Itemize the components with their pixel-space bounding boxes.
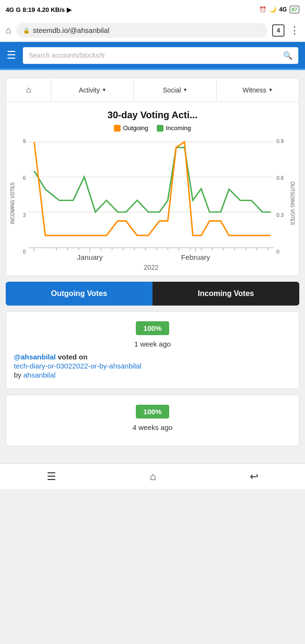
- bottom-home-button[interactable]: ⌂: [150, 470, 156, 483]
- vote-item-2: 100% 4 weeks ago: [6, 395, 299, 446]
- chart-svg: January February 2022: [29, 136, 274, 270]
- more-options-button[interactable]: ⋮: [289, 24, 299, 37]
- battery-indicator: 87: [290, 6, 299, 13]
- status-bar: 4G G 8:19 4.20 KB/s ▶ ⏰ 🌙 4G 87: [0, 0, 305, 19]
- incoming-votes-button[interactable]: Incoming Votes: [152, 282, 299, 306]
- tab-activity[interactable]: Activity ▼: [51, 80, 134, 101]
- signal-bars: G: [16, 6, 20, 13]
- y-tick-6: 6: [23, 175, 26, 181]
- tab-social[interactable]: Social ▼: [134, 80, 216, 101]
- chart-svg-container: 9 6 3 0: [17, 136, 288, 270]
- voting-activity-chart: 30-day Voting Acti... Outgoing Incoming …: [6, 102, 299, 276]
- search-placeholder: Search accounts/blocks/tr: [29, 51, 105, 59]
- main-content: ⌂ Activity ▼ Social ▼ Witness ▼ 30-day V…: [0, 70, 305, 460]
- status-left: 4G G 8:19 4.20 KB/s ▶: [6, 6, 71, 13]
- search-bar[interactable]: Search accounts/blocks/tr 🔍: [23, 47, 298, 64]
- hamburger-menu-button[interactable]: ☰: [7, 49, 16, 61]
- vote-item-1: 100% 1 week ago @ahsanbilal voted on tec…: [6, 311, 299, 389]
- svg-text:2022: 2022: [143, 264, 158, 270]
- action-text-1: voted on: [58, 353, 88, 361]
- time-display: 8:19: [22, 6, 35, 13]
- y-right-tick-06: 0.6: [276, 175, 284, 181]
- y-tick-3: 3: [23, 212, 26, 218]
- url-bar[interactable]: 🔒 steemdb.io/@ahsanbilal: [16, 23, 267, 38]
- social-chevron-icon: ▼: [183, 87, 188, 92]
- bottom-menu-button[interactable]: ☰: [47, 470, 56, 483]
- lock-icon: 🔒: [23, 27, 30, 34]
- post-link-1[interactable]: tech-diary-or-03022022-or-by-ahsanbilal: [14, 362, 291, 370]
- y-tick-9: 9: [23, 138, 26, 144]
- voter-username-1[interactable]: @ahsanbilal: [14, 353, 56, 361]
- y-right-tick-03: 0.3: [276, 212, 284, 218]
- status-right: ⏰ 🌙 4G 87: [259, 6, 299, 13]
- y-right-tick-0: 0: [276, 249, 279, 255]
- tab-home[interactable]: ⌂: [6, 78, 51, 102]
- incoming-label: Incoming: [166, 124, 191, 132]
- browser-home-button[interactable]: ⌂: [6, 25, 11, 36]
- tab-witness[interactable]: Witness ▼: [217, 80, 299, 101]
- bottom-nav: ☰ ⌂ ↩: [0, 463, 305, 489]
- cast-icon: ▶: [67, 6, 71, 13]
- bottom-back-button[interactable]: ↩: [250, 470, 258, 483]
- moon-icon: 🌙: [269, 6, 276, 13]
- author-link-1[interactable]: ahsanbilal: [23, 371, 56, 379]
- vote-percent-badge-1: 100%: [136, 321, 169, 335]
- vote-time-1: 1 week ago: [14, 340, 291, 348]
- nav-tabs: ⌂ Activity ▼ Social ▼ Witness ▼: [6, 78, 299, 102]
- incoming-color-swatch: [157, 125, 163, 132]
- outgoing-label: Outgoing: [123, 124, 148, 132]
- outgoing-votes-button[interactable]: Outgoing Votes: [6, 282, 152, 306]
- chart-legend: Outgoing Incoming: [10, 124, 295, 132]
- witness-label: Witness: [243, 86, 266, 94]
- alarm-icon: ⏰: [259, 6, 266, 13]
- votes-toggle: Outgoing Votes Incoming Votes: [6, 282, 299, 306]
- activity-card: ⌂ Activity ▼ Social ▼ Witness ▼ 30-day V…: [6, 78, 299, 276]
- vote-percent-badge-2: 100%: [136, 405, 169, 419]
- legend-incoming: Incoming: [157, 124, 191, 132]
- social-label: Social: [163, 86, 181, 94]
- data-speed: 4.20 KB/s: [37, 6, 65, 13]
- outgoing-color-swatch: [114, 125, 121, 132]
- address-bar: ⌂ 🔒 steemdb.io/@ahsanbilal 4 ⋮: [0, 19, 305, 42]
- y-axis-right-label: OUTGOING VOTES: [290, 136, 295, 270]
- chart-area: INCOMING VOTES 9 6 3 0: [10, 136, 295, 270]
- signal-text: 4G: [6, 6, 14, 13]
- chart-title: 30-day Voting Acti...: [10, 110, 295, 121]
- tabs-button[interactable]: 4: [272, 24, 285, 37]
- y-axis-left-label: INCOMING VOTES: [10, 136, 15, 270]
- network-icon: 4G: [279, 6, 287, 13]
- vote-description-1: @ahsanbilal voted on tech-diary-or-03022…: [14, 353, 291, 379]
- y-tick-0: 0: [23, 249, 26, 255]
- activity-label: Activity: [79, 86, 100, 94]
- y-right-tick-09: 0.9: [276, 138, 284, 144]
- svg-text:February: February: [181, 253, 210, 261]
- legend-outgoing: Outgoing: [114, 124, 148, 132]
- vote-time-2: 4 weeks ago: [14, 423, 291, 431]
- url-text: steemdb.io/@ahsanbilal: [33, 26, 109, 34]
- home-icon: ⌂: [26, 85, 31, 95]
- search-icon[interactable]: 🔍: [283, 51, 293, 60]
- svg-text:January: January: [77, 253, 103, 261]
- by-text-1: by: [14, 371, 21, 379]
- activity-chevron-icon: ▼: [102, 87, 107, 92]
- top-nav: ☰ Search accounts/blocks/tr 🔍: [0, 42, 305, 69]
- witness-chevron-icon: ▼: [268, 87, 273, 92]
